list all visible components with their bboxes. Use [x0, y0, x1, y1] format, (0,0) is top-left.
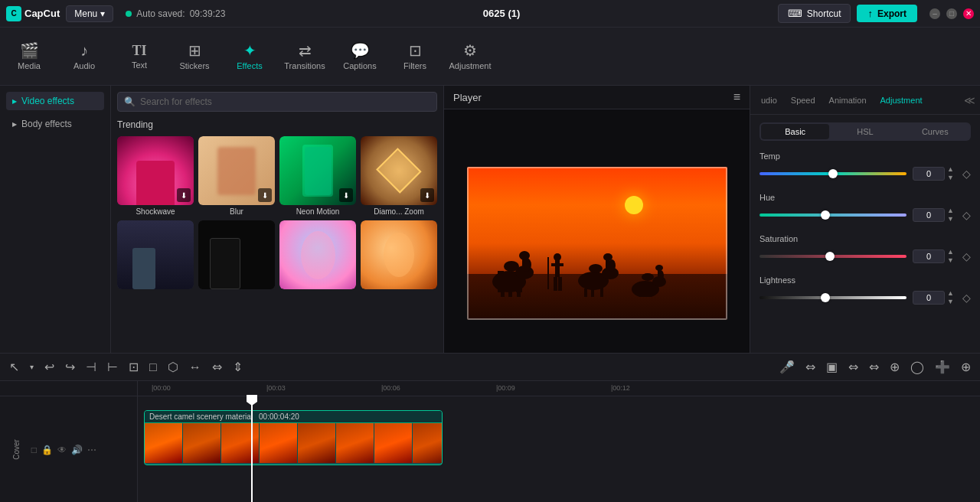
hue-step-down[interactable]: ▼ — [946, 215, 955, 223]
sat-step-down[interactable]: ▼ — [946, 256, 955, 265]
clip-snap-icon[interactable]: ⇔ — [802, 357, 818, 377]
close-button[interactable]: ✕ — [963, 8, 974, 19]
tool-audio[interactable]: ♪ Audio — [58, 32, 110, 81]
effect-blur[interactable]: ⬇ Blur — [198, 136, 275, 216]
lightness-slider[interactable] — [760, 296, 906, 299]
temp-slider[interactable] — [760, 172, 906, 175]
minimize-button[interactable]: – — [929, 8, 940, 19]
tool-adjustment[interactable]: ⚙ Adjustment — [444, 32, 496, 81]
add-track-icon[interactable]: ➕ — [932, 357, 953, 377]
effect-card-r2-4[interactable] — [361, 220, 437, 289]
hue-slider[interactable] — [760, 214, 906, 217]
lightness-keyframe-icon[interactable]: ◇ — [962, 292, 971, 304]
zoom-fit-icon[interactable]: ⊕ — [958, 357, 974, 377]
select-chevron[interactable]: ▾ — [27, 360, 37, 374]
track-more-icon[interactable]: ⋯ — [87, 445, 96, 455]
saturation-slider[interactable] — [760, 255, 906, 258]
mic-icon[interactable]: 🎤 — [776, 357, 798, 377]
shockwave-download-icon[interactable]: ⬇ — [177, 188, 191, 202]
shortcut-button[interactable]: ⌨ Shortcut — [778, 4, 851, 23]
tool-captions-label: Captions — [343, 61, 376, 70]
adj-tab-curves[interactable]: Curves — [901, 124, 969, 139]
search-input[interactable] — [140, 96, 430, 107]
tool-stickers[interactable]: ⊞ Stickers — [168, 32, 220, 81]
adj-tab-basic[interactable]: Basic — [761, 124, 829, 139]
track-visibility-icon[interactable]: 👁 — [57, 445, 67, 455]
mirror-v-tool[interactable]: ⇕ — [230, 357, 246, 377]
redo-tool[interactable]: ↪ — [62, 357, 78, 377]
lightness-input[interactable] — [913, 291, 945, 305]
tool-effects[interactable]: ✦ Effects — [224, 32, 276, 81]
tool-filters[interactable]: ⊡ Filters — [389, 32, 441, 81]
menu-button[interactable]: Menu ▾ — [66, 5, 113, 22]
light-step-down[interactable]: ▼ — [946, 298, 955, 306]
tab-audio[interactable]: udio — [755, 93, 783, 108]
maximize-button[interactable]: □ — [946, 8, 957, 19]
sat-step-up[interactable]: ▲ — [946, 248, 955, 256]
temp-stepper[interactable]: ▲ ▼ — [946, 165, 955, 182]
track-lock2-icon[interactable]: 🔒 — [41, 445, 53, 455]
magnet-icon[interactable]: ▣ — [823, 357, 841, 377]
split-tool[interactable]: ⊣ — [83, 357, 100, 377]
tool-media[interactable]: 🎬 Media — [3, 32, 55, 81]
tab-speed[interactable]: Speed — [785, 93, 822, 108]
neon-download-icon[interactable]: ⬇ — [339, 188, 353, 202]
effect-shockwave[interactable]: ⬇ Shockwave — [117, 136, 194, 216]
tab-animation[interactable]: Animation — [823, 93, 873, 108]
lightness-thumb[interactable] — [821, 293, 830, 302]
saturation-input[interactable] — [913, 249, 945, 263]
saturation-label: Saturation — [760, 234, 971, 243]
effect-neon-motion[interactable]: ⬇ Neon Motion — [279, 136, 356, 216]
tab-adjustment[interactable]: Adjustment — [874, 93, 929, 108]
hue-step-up[interactable]: ▲ — [946, 207, 955, 215]
export-button[interactable]: ↑ Export — [857, 5, 917, 22]
select-tool[interactable]: ↖ — [6, 357, 22, 377]
loop-icon[interactable]: ◯ — [907, 357, 927, 377]
temp-step-down[interactable]: ▼ — [946, 174, 955, 182]
trim-tool[interactable]: ⊡ — [126, 357, 142, 377]
sidebar-item-body-effects[interactable]: Body effects — [6, 115, 104, 133]
player-menu-icon[interactable]: ≡ — [733, 90, 740, 104]
tool-text[interactable]: TI Text — [113, 32, 165, 81]
temp-step-up[interactable]: ▲ — [946, 165, 955, 174]
cover-label[interactable]: Cover — [6, 423, 27, 477]
track-audio-icon[interactable]: 🔊 — [71, 445, 83, 455]
svg-point-22 — [603, 253, 612, 261]
mirror-h-tool[interactable]: ⇔ — [209, 357, 225, 377]
saturation-keyframe-icon[interactable]: ◇ — [962, 250, 971, 262]
effect-card-r2-1[interactable] — [117, 220, 194, 289]
saturation-stepper[interactable]: ▲ ▼ — [946, 248, 955, 265]
effect-diamond-zoom[interactable]: ⬇ Diamo... Zoom — [361, 136, 437, 216]
group-icon[interactable]: ⊕ — [887, 357, 903, 377]
freeze-tool[interactable]: ⬡ — [165, 357, 181, 377]
tabs-chevron-icon[interactable]: ≪ — [964, 94, 975, 106]
blur-download-icon[interactable]: ⬇ — [258, 188, 272, 202]
hue-slider-thumb[interactable] — [821, 210, 830, 220]
undo-tool[interactable]: ↩ — [41, 357, 57, 377]
hue-stepper[interactable]: ▲ ▼ — [946, 207, 955, 223]
hue-keyframe-icon[interactable]: ◇ — [962, 209, 971, 221]
temp-input[interactable] — [913, 167, 945, 181]
search-icon: 🔍 — [124, 96, 136, 107]
lightness-stepper[interactable]: ▲ ▼ — [946, 289, 955, 306]
track-lock-icon[interactable]: □ — [31, 445, 37, 455]
light-step-up[interactable]: ▲ — [946, 289, 955, 298]
temp-slider-thumb[interactable] — [828, 169, 838, 178]
video-clip[interactable]: Desert camel scenery material 00:00:04:2… — [144, 410, 443, 465]
saturation-thumb[interactable] — [825, 252, 835, 261]
tool-captions[interactable]: 💬 Captions — [334, 32, 386, 81]
playhead — [251, 396, 253, 502]
link-icon[interactable]: ⇔ — [845, 357, 861, 377]
hue-input[interactable] — [913, 208, 945, 222]
effect-card-r2-3[interactable] — [279, 220, 356, 289]
transform-tool[interactable]: ↔ — [186, 357, 204, 377]
unlink-icon[interactable]: ⇔ — [866, 357, 882, 377]
diamond-zoom-download-icon[interactable]: ⬇ — [420, 188, 434, 202]
adj-tab-hsl[interactable]: HSL — [831, 124, 899, 139]
temp-keyframe-icon[interactable]: ◇ — [962, 168, 971, 180]
split-right-tool[interactable]: ⊢ — [104, 357, 121, 377]
tool-transitions[interactable]: ⇄ Transitions — [279, 32, 331, 81]
sidebar-item-video-effects[interactable]: Video effects — [6, 92, 104, 110]
delete-tool[interactable]: □ — [146, 357, 160, 377]
effect-card-r2-2[interactable] — [198, 220, 275, 289]
